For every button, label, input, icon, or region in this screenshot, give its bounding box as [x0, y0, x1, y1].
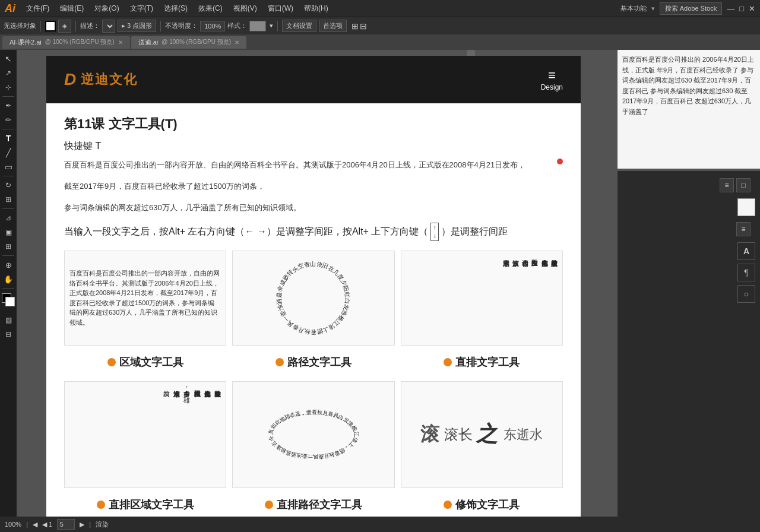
nav-next[interactable]: ▶: [80, 521, 84, 528]
hamburger-icon[interactable]: ≡: [548, 68, 556, 83]
rp-icon-row-2: ≡: [732, 220, 755, 239]
tab-close-1[interactable]: ✕: [118, 39, 123, 46]
rp-paragraph-icon[interactable]: ¶: [737, 264, 755, 281]
tab-songdi[interactable]: 送迪.ai @ 100% (RGB/GPU 预览) ✕: [131, 36, 246, 49]
menu-edit[interactable]: 编辑(E): [55, 2, 88, 15]
menu-object[interactable]: 对象(O): [90, 2, 124, 15]
canvas-area: D 逆迪文化 ≡ Design 第11课 文字工具(T) 快捷键 T 百度百科是…: [17, 50, 618, 517]
gradient-tool[interactable]: ▣: [2, 226, 15, 239]
direct-selection-tool[interactable]: ↗: [2, 66, 15, 80]
vert-area-label-text: 直排区域文字工具: [109, 498, 194, 512]
pen-tool[interactable]: ✒: [2, 99, 15, 112]
tool-separator-1: [2, 96, 14, 97]
line-tool[interactable]: ╱: [2, 146, 15, 159]
vertical-text-sample-5: 滚滚长江东: [512, 255, 520, 341]
scale-tool[interactable]: ⊞: [2, 193, 15, 206]
eyedrop-tool[interactable]: ⊿: [2, 211, 15, 224]
search-stock[interactable]: 搜索 Adobe Stock: [660, 2, 722, 15]
close-button[interactable]: ✕: [749, 4, 755, 13]
vertical-text-sample-2: 青山依旧在几度: [540, 255, 549, 341]
points-selector[interactable]: ▸ 3 点圆形: [118, 20, 156, 32]
rp-white-box[interactable]: [737, 198, 755, 216]
pencil-tool[interactable]: ✏: [2, 113, 15, 126]
tab-name-2: 送迪.ai: [138, 38, 159, 47]
rp-type-icon[interactable]: A: [737, 242, 755, 260]
dropdown-arrow[interactable]: ▾: [651, 5, 655, 12]
style-swatch[interactable]: [249, 21, 266, 31]
background-color[interactable]: [5, 297, 15, 306]
arrow-text-end: ）是调整行间距: [441, 226, 508, 238]
rp-icon-row-1: ≡ □: [715, 176, 755, 195]
tab-ai-course[interactable]: AI-课件2.ai @ 100% (RGB/GPU 预览) ✕: [2, 36, 130, 49]
vert-area-col-5: 江东逝水浪淘: [173, 385, 181, 484]
type-tool[interactable]: T: [2, 132, 15, 145]
document-canvas: D 逆迪文化 ≡ Design 第11课 文字工具(T) 快捷键 T 百度百科是…: [46, 56, 581, 517]
maximize-button[interactable]: □: [739, 4, 744, 13]
stroke-icon[interactable]: ◈: [58, 20, 71, 33]
logo-area: D 逆迪文化: [64, 70, 138, 89]
arrow-up-down-icon: ↑ ↓: [430, 223, 439, 240]
fill-color[interactable]: [45, 21, 56, 31]
toolbar-icons-right: ⊞ ⊟: [352, 21, 367, 31]
doc-settings-button[interactable]: 文档设置: [282, 20, 316, 32]
vert-area-col-2: 青山依旧在几度夕: [204, 385, 212, 484]
minimize-button[interactable]: —: [727, 4, 734, 13]
screen-mode[interactable]: ▧: [2, 314, 15, 327]
menu-view[interactable]: 视图(V): [229, 2, 262, 15]
describe-label: 描述：: [80, 21, 100, 30]
opacity-value[interactable]: 100%: [200, 21, 225, 31]
vertical-text-sample-4: 尝相遇古今: [521, 255, 530, 341]
menu-text[interactable]: 文字(T): [125, 2, 158, 15]
vert-area-col-1: 非是成败转头空: [214, 385, 222, 484]
rp-collapse-icon[interactable]: ≡: [720, 178, 734, 192]
bottom-sep-1: |: [26, 521, 28, 528]
right-panel: 百度百科是百度公司推出的 2006年4月20日上线，正式版 年9月，百度百科已经…: [618, 50, 760, 517]
zoom-tool[interactable]: ⊕: [2, 258, 15, 271]
vert-area-col-6: 白发: [163, 385, 171, 484]
menu-window[interactable]: 窗口(W): [263, 2, 298, 15]
area-text-label-text: 区域文字工具: [119, 355, 183, 369]
vertical-text-demo: 旧是非成败转头空 青山依旧在几度 夕阳红白发渔 尝相遇古今 滚滚长江东 逝水浪淘…: [401, 251, 563, 346]
menu-help[interactable]: 帮助(H): [299, 2, 333, 15]
mesh-tool[interactable]: ⊞: [2, 240, 15, 253]
artboard-tool[interactable]: ⊟: [2, 328, 15, 341]
tab-close-2[interactable]: ✕: [235, 39, 239, 46]
annotation-dot: [557, 159, 563, 164]
hand-tool[interactable]: ✋: [2, 273, 15, 286]
menu-select[interactable]: 选择(S): [159, 2, 192, 15]
desc-line-3: 参与词条编辑的网友超过630万人，几乎涵盖了所有已知的知识领域。: [64, 201, 563, 214]
tabs-bar: AI-课件2.ai @ 100% (RGB/GPU 预览) ✕ 送迪.ai @ …: [0, 34, 760, 50]
shortcut-label: 快捷键 T: [64, 140, 563, 153]
vert-path-label: 直排路径文字工具: [232, 498, 394, 512]
path-text-label: 路径文字工具: [232, 355, 394, 369]
bottom-sep-2: |: [89, 521, 91, 528]
rect-tool[interactable]: ▭: [2, 160, 15, 173]
panel-icon[interactable]: ⊟: [360, 21, 367, 31]
menu-file[interactable]: 文件(F): [21, 2, 54, 15]
path-text-label-text: 路径文字工具: [287, 355, 352, 369]
vertical-text-sample-3: 夕阳红白发渔: [531, 255, 539, 341]
toolbar-separator-1: [40, 21, 41, 31]
app-logo: Ai: [5, 2, 15, 15]
style-dropdown[interactable]: ▾: [270, 22, 273, 30]
selection-tool[interactable]: ↖: [2, 52, 15, 65]
rp-hamburger-icon[interactable]: ≡: [736, 222, 750, 236]
rp-panel-icon[interactable]: □: [736, 178, 750, 192]
nav-prev[interactable]: ◀: [33, 521, 37, 528]
rp-circle-icon[interactable]: ○: [737, 285, 755, 303]
rotate-tool[interactable]: ↻: [2, 179, 15, 192]
menu-right: 基本功能 ▾ 搜索 Adobe Stock — □ ✕: [620, 2, 755, 15]
desc-line-1: 百度百科是百度公司推出的一部内容开放、自由的网络百科全书平台。其测试版于2006…: [64, 159, 563, 172]
menu-effect[interactable]: 效果(C): [194, 2, 227, 15]
arrow-instruction: 当输入一段文字之后，按Alt+ 左右方向键（← →）是调整字间距，按Alt+ 上…: [64, 223, 563, 240]
basic-feature[interactable]: 基本功能: [620, 4, 647, 13]
preferences-button[interactable]: 首选项: [319, 20, 347, 32]
arrange-icon[interactable]: ⊞: [352, 21, 359, 31]
area-text-content: 百度百科是百度公司推出的一部内容开放，自由的网络百科全书平台。其测试版于2006…: [65, 251, 226, 345]
page-input[interactable]: [57, 519, 75, 530]
doc-header: D 逆迪文化 ≡ Design: [46, 56, 581, 103]
deco-char-3: 之: [475, 420, 502, 449]
lasso-tool[interactable]: ⊹: [2, 81, 15, 94]
logo-d-icon: D: [64, 70, 76, 89]
describe-select[interactable]: [102, 20, 115, 33]
